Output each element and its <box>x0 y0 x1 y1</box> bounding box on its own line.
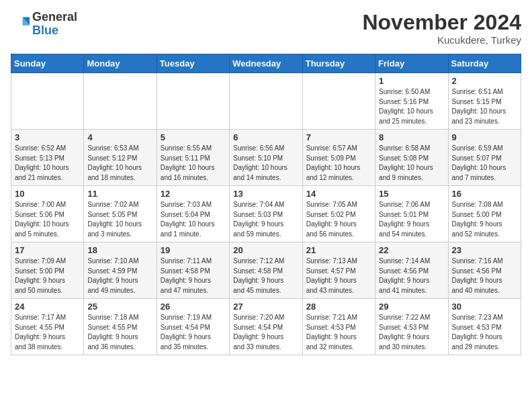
calendar-cell: 20Sunrise: 7:12 AM Sunset: 4:58 PM Dayli… <box>230 242 302 299</box>
calendar-cell: 29Sunrise: 7:22 AM Sunset: 4:53 PM Dayli… <box>375 299 448 355</box>
day-info: Sunrise: 7:17 AM Sunset: 4:55 PM Dayligh… <box>15 313 80 352</box>
day-info: Sunrise: 7:10 AM Sunset: 4:59 PM Dayligh… <box>87 257 152 295</box>
calendar-cell: 8Sunrise: 6:58 AM Sunset: 5:08 PM Daylig… <box>375 130 448 186</box>
day-info: Sunrise: 7:05 AM Sunset: 5:02 PM Dayligh… <box>306 200 371 239</box>
calendar-cell: 18Sunrise: 7:10 AM Sunset: 4:59 PM Dayli… <box>84 242 157 299</box>
calendar-cell: 1Sunrise: 6:50 AM Sunset: 5:16 PM Daylig… <box>375 73 448 130</box>
day-number: 7 <box>306 132 371 142</box>
day-info: Sunrise: 7:19 AM Sunset: 4:54 PM Dayligh… <box>161 313 226 352</box>
header-day: Thursday <box>302 54 375 73</box>
day-number: 23 <box>452 245 517 255</box>
day-info: Sunrise: 6:52 AM Sunset: 5:13 PM Dayligh… <box>15 144 80 183</box>
day-info: Sunrise: 6:58 AM Sunset: 5:08 PM Dayligh… <box>379 144 444 183</box>
calendar-week-row: 1Sunrise: 6:50 AM Sunset: 5:16 PM Daylig… <box>11 73 521 130</box>
header-day: Monday <box>84 54 157 73</box>
calendar-cell <box>84 73 157 130</box>
day-number: 24 <box>15 302 80 312</box>
day-number: 19 <box>161 245 226 255</box>
calendar-cell: 7Sunrise: 6:57 AM Sunset: 5:09 PM Daylig… <box>302 130 375 186</box>
logo-text: General Blue <box>32 11 77 38</box>
calendar-cell: 17Sunrise: 7:09 AM Sunset: 5:00 PM Dayli… <box>11 242 84 299</box>
day-info: Sunrise: 7:13 AM Sunset: 4:57 PM Dayligh… <box>306 257 371 295</box>
day-number: 10 <box>15 189 80 199</box>
calendar-cell: 5Sunrise: 6:55 AM Sunset: 5:11 PM Daylig… <box>157 130 229 186</box>
day-number: 29 <box>379 302 444 312</box>
calendar-week-row: 24Sunrise: 7:17 AM Sunset: 4:55 PM Dayli… <box>11 299 521 355</box>
header-day: Tuesday <box>157 54 229 73</box>
calendar-cell: 4Sunrise: 6:53 AM Sunset: 5:12 PM Daylig… <box>84 130 157 186</box>
header-row: SundayMondayTuesdayWednesdayThursdayFrid… <box>11 54 521 73</box>
day-number: 30 <box>452 302 517 312</box>
calendar-table: SundayMondayTuesdayWednesdayThursdayFrid… <box>11 54 521 355</box>
day-info: Sunrise: 7:23 AM Sunset: 4:53 PM Dayligh… <box>452 313 517 352</box>
calendar-week-row: 17Sunrise: 7:09 AM Sunset: 5:00 PM Dayli… <box>11 242 521 299</box>
location: Kucukdere, Turkey <box>362 34 521 46</box>
calendar-week-row: 3Sunrise: 6:52 AM Sunset: 5:13 PM Daylig… <box>11 130 521 186</box>
calendar-cell <box>230 73 302 130</box>
day-number: 18 <box>87 245 152 255</box>
month-title: November 2024 <box>362 11 521 34</box>
day-info: Sunrise: 7:08 AM Sunset: 5:00 PM Dayligh… <box>452 200 517 239</box>
calendar-cell: 2Sunrise: 6:51 AM Sunset: 5:15 PM Daylig… <box>448 73 521 130</box>
header-day: Wednesday <box>230 54 302 73</box>
day-number: 20 <box>233 245 298 255</box>
calendar-cell: 30Sunrise: 7:23 AM Sunset: 4:53 PM Dayli… <box>448 299 521 355</box>
calendar-cell: 22Sunrise: 7:14 AM Sunset: 4:56 PM Dayli… <box>375 242 448 299</box>
logo-icon <box>11 15 30 34</box>
day-number: 13 <box>233 189 298 199</box>
calendar-cell <box>302 73 375 130</box>
calendar-cell: 10Sunrise: 7:00 AM Sunset: 5:06 PM Dayli… <box>11 186 84 242</box>
day-number: 22 <box>379 245 444 255</box>
day-info: Sunrise: 6:53 AM Sunset: 5:12 PM Dayligh… <box>87 144 152 183</box>
calendar-cell: 14Sunrise: 7:05 AM Sunset: 5:02 PM Dayli… <box>302 186 375 242</box>
day-info: Sunrise: 7:22 AM Sunset: 4:53 PM Dayligh… <box>379 313 444 352</box>
day-info: Sunrise: 6:50 AM Sunset: 5:16 PM Dayligh… <box>379 87 444 126</box>
calendar-cell: 3Sunrise: 6:52 AM Sunset: 5:13 PM Daylig… <box>11 130 84 186</box>
day-number: 21 <box>306 245 371 255</box>
calendar-cell: 28Sunrise: 7:21 AM Sunset: 4:53 PM Dayli… <box>302 299 375 355</box>
day-info: Sunrise: 7:11 AM Sunset: 4:58 PM Dayligh… <box>161 257 226 295</box>
calendar-cell: 15Sunrise: 7:06 AM Sunset: 5:01 PM Dayli… <box>375 186 448 242</box>
day-info: Sunrise: 7:09 AM Sunset: 5:00 PM Dayligh… <box>15 257 80 295</box>
logo: General Blue <box>11 11 77 38</box>
day-info: Sunrise: 6:57 AM Sunset: 5:09 PM Dayligh… <box>306 144 371 183</box>
day-info: Sunrise: 7:06 AM Sunset: 5:01 PM Dayligh… <box>379 200 444 239</box>
calendar-cell: 25Sunrise: 7:18 AM Sunset: 4:55 PM Dayli… <box>84 299 157 355</box>
calendar-week-row: 10Sunrise: 7:00 AM Sunset: 5:06 PM Dayli… <box>11 186 521 242</box>
day-number: 11 <box>87 189 152 199</box>
day-info: Sunrise: 7:03 AM Sunset: 5:04 PM Dayligh… <box>161 200 226 239</box>
day-info: Sunrise: 7:02 AM Sunset: 5:05 PM Dayligh… <box>87 200 152 239</box>
day-info: Sunrise: 6:51 AM Sunset: 5:15 PM Dayligh… <box>452 87 517 126</box>
day-number: 12 <box>161 189 226 199</box>
calendar-cell: 19Sunrise: 7:11 AM Sunset: 4:58 PM Dayli… <box>157 242 229 299</box>
calendar-cell: 9Sunrise: 6:59 AM Sunset: 5:07 PM Daylig… <box>448 130 521 186</box>
day-number: 28 <box>306 302 371 312</box>
calendar-body: 1Sunrise: 6:50 AM Sunset: 5:16 PM Daylig… <box>11 73 521 355</box>
day-number: 6 <box>233 132 298 142</box>
day-number: 26 <box>161 302 226 312</box>
calendar-cell <box>11 73 84 130</box>
calendar-cell: 6Sunrise: 6:56 AM Sunset: 5:10 PM Daylig… <box>230 130 302 186</box>
day-number: 4 <box>87 132 152 142</box>
calendar-cell: 13Sunrise: 7:04 AM Sunset: 5:03 PM Dayli… <box>230 186 302 242</box>
header-day: Saturday <box>448 54 521 73</box>
day-info: Sunrise: 7:12 AM Sunset: 4:58 PM Dayligh… <box>233 257 298 295</box>
page-header: General Blue November 2024 Kucukdere, Tu… <box>11 11 521 46</box>
day-number: 3 <box>15 132 80 142</box>
day-number: 16 <box>452 189 517 199</box>
calendar-cell: 26Sunrise: 7:19 AM Sunset: 4:54 PM Dayli… <box>157 299 229 355</box>
calendar-cell: 21Sunrise: 7:13 AM Sunset: 4:57 PM Dayli… <box>302 242 375 299</box>
day-info: Sunrise: 7:18 AM Sunset: 4:55 PM Dayligh… <box>87 313 152 352</box>
day-number: 5 <box>161 132 226 142</box>
day-number: 15 <box>379 189 444 199</box>
calendar-cell: 16Sunrise: 7:08 AM Sunset: 5:00 PM Dayli… <box>448 186 521 242</box>
day-number: 17 <box>15 245 80 255</box>
header-day: Friday <box>375 54 448 73</box>
calendar-cell: 23Sunrise: 7:16 AM Sunset: 4:56 PM Dayli… <box>448 242 521 299</box>
day-info: Sunrise: 7:04 AM Sunset: 5:03 PM Dayligh… <box>233 200 298 239</box>
calendar-cell: 27Sunrise: 7:20 AM Sunset: 4:54 PM Dayli… <box>230 299 302 355</box>
day-info: Sunrise: 6:56 AM Sunset: 5:10 PM Dayligh… <box>233 144 298 183</box>
day-info: Sunrise: 6:59 AM Sunset: 5:07 PM Dayligh… <box>452 144 517 183</box>
day-number: 1 <box>379 76 444 86</box>
day-info: Sunrise: 7:00 AM Sunset: 5:06 PM Dayligh… <box>15 200 80 239</box>
